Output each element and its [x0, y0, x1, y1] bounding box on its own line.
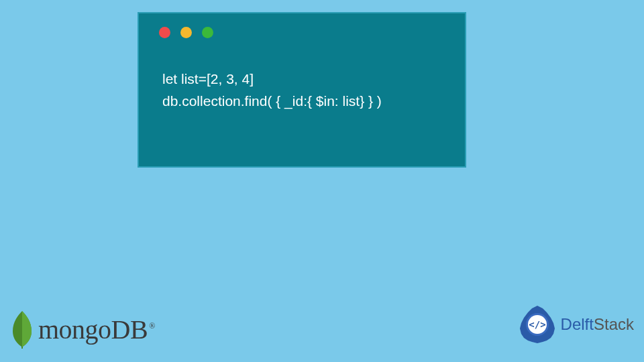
window-controls — [139, 13, 465, 38]
delftstack-icon: </> — [517, 304, 558, 345]
svg-text:</>: </> — [529, 319, 545, 330]
mongodb-text: mongoDB® — [38, 314, 155, 345]
code-window: let list=[2, 3, 4] db.collection.find( {… — [138, 12, 466, 168]
delftstack-text: DelftStack — [561, 315, 634, 334]
window-maximize-icon — [202, 27, 213, 38]
delft-word: Delft — [561, 315, 594, 333]
mongodb-logo: mongoDB® — [10, 310, 155, 349]
stack-word: Stack — [594, 315, 634, 333]
mongodb-wordmark: mongoDB — [38, 314, 148, 345]
window-minimize-icon — [180, 27, 192, 38]
code-line-2: db.collection.find( { _id:{ $in: list} }… — [162, 90, 441, 113]
delftstack-logo: </> DelftStack — [517, 304, 634, 345]
mongodb-leaf-icon — [10, 310, 34, 349]
code-content: let list=[2, 3, 4] db.collection.find( {… — [139, 38, 465, 112]
trademark-symbol: ® — [149, 321, 155, 330]
code-line-1: let list=[2, 3, 4] — [162, 68, 441, 90]
window-close-icon — [159, 27, 170, 38]
